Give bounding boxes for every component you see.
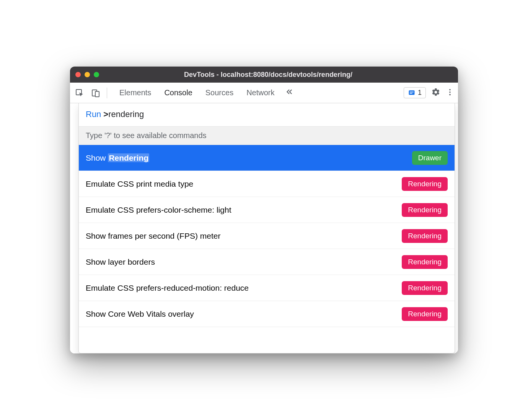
zoom-window-button[interactable] [94,72,99,77]
minimize-window-button[interactable] [85,72,90,77]
issues-icon [408,89,416,97]
titlebar: DevTools - localhost:8080/docs/devtools/… [70,67,458,83]
gear-icon [431,88,440,97]
issues-count: 1 [418,89,422,97]
svg-rect-3 [409,90,414,95]
issues-chip[interactable]: 1 [404,87,426,98]
close-window-button[interactable] [75,72,81,77]
command-result-4[interactable]: Show layer bordersRendering [79,249,455,275]
command-result-label: Show Rendering [86,153,149,163]
command-result-1[interactable]: Emulate CSS print media typeRendering [79,171,455,197]
command-result-label: Show layer borders [86,257,155,267]
command-result-0[interactable]: Show RenderingDrawer [79,145,455,171]
tab-elements[interactable]: Elements [113,83,157,103]
toolbar-separator [107,88,107,98]
tab-strip: Elements Console Sources Network [113,83,293,103]
settings-button[interactable] [431,88,440,98]
command-hint: Type '?' to see available commands [79,126,455,145]
command-prefix: Run [86,109,101,119]
command-menu: Run > rendering Type '?' to see availabl… [78,103,455,353]
svg-point-7 [449,91,451,93]
svg-point-6 [449,89,451,90]
tab-console[interactable]: Console [158,83,198,103]
command-result-badge: Rendering [402,203,448,217]
command-result-badge: Rendering [402,307,448,321]
command-result-label: Emulate CSS prefers-color-scheme: light [86,205,231,215]
command-result-badge: Rendering [402,229,448,243]
traffic-lights [75,72,99,77]
inspect-element-icon[interactable] [72,86,87,100]
command-result-5[interactable]: Emulate CSS prefers-reduced-motion: redu… [79,275,455,301]
kebab-icon [446,88,454,96]
svg-rect-2 [95,91,99,97]
tab-network[interactable]: Network [240,83,280,103]
more-tabs-icon[interactable] [285,88,293,98]
command-result-label: Show frames per second (FPS) meter [86,231,220,241]
command-result-6[interactable]: Show Core Web Vitals overlayRendering [79,301,455,327]
device-toolbar-icon[interactable] [88,86,103,100]
command-result-badge: Rendering [402,255,448,269]
command-result-3[interactable]: Show frames per second (FPS) meterRender… [79,223,455,249]
command-result-badge: Rendering [402,281,448,295]
svg-rect-4 [410,91,414,92]
command-input-row[interactable]: Run > rendering [79,103,455,126]
command-result-badge: Rendering [402,177,448,191]
devtools-window: DevTools - localhost:8080/docs/devtools/… [70,67,458,353]
command-result-label: Emulate CSS print media type [86,179,193,189]
command-result-badge: Drawer [412,151,448,165]
command-query: rendering [108,109,144,119]
command-result-2[interactable]: Emulate CSS prefers-color-scheme: lightR… [79,197,455,223]
command-result-label: Show Core Web Vitals overlay [86,309,194,319]
command-gt: > [103,109,108,119]
command-results: Show RenderingDrawerEmulate CSS print me… [79,145,455,327]
toolbar: Elements Console Sources Network 1 [70,83,458,103]
svg-rect-5 [410,93,412,94]
tab-sources[interactable]: Sources [199,83,240,103]
content-area: Run > rendering Type '?' to see availabl… [70,103,458,353]
svg-point-8 [449,94,451,95]
command-result-label: Emulate CSS prefers-reduced-motion: redu… [86,283,249,293]
window-title: DevTools - localhost:8080/docs/devtools/… [99,71,453,79]
more-options-button[interactable] [446,88,454,98]
